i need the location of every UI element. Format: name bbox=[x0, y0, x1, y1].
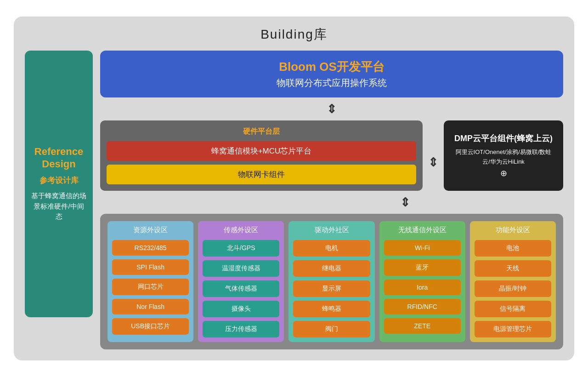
drive-item-4: 阀门 bbox=[293, 321, 370, 337]
sensor-item-1: 温湿度传感器 bbox=[203, 260, 279, 277]
wireless-header: 无线通信外设区 bbox=[384, 226, 461, 234]
sensor-header: 传感外设区 bbox=[203, 226, 279, 234]
peripherals-section: 资源外设区 RS232/485 SPI Flash 网口芯片 Nor Flash… bbox=[100, 214, 563, 349]
dmp-plus: ⊕ bbox=[500, 168, 507, 178]
sidebar-description: 基于蜂窝通信的场景标准硬件/中间态 bbox=[30, 191, 87, 222]
right-content: Bloom OS开发平台 物联网分布式应用操作系统 ⇕ 硬件平台层 蜂窝通信模块… bbox=[100, 51, 563, 349]
sidebar-design-label: Design bbox=[42, 158, 75, 170]
bloom-os-subtitle: 物联网分布式应用操作系统 bbox=[109, 77, 554, 89]
bloom-os-box: Bloom OS开发平台 物联网分布式应用操作系统 bbox=[100, 51, 563, 97]
arrow-horizontal: ⇕ bbox=[428, 155, 438, 170]
resource-item-2: 网口芯片 bbox=[112, 279, 189, 295]
peripheral-col-function: 功能外设区 电池 天线 晶振/时钟 信号隔离 电源管理芯片 bbox=[470, 221, 556, 342]
peripheral-col-drive: 驱动外社区 电机 继电器 显示屏 蜂鸣器 阀门 bbox=[288, 221, 374, 342]
hardware-section: 硬件平台层 蜂窝通信模块+MCU芯片平台 物联网卡组件 bbox=[100, 120, 423, 191]
drive-item-1: 继电器 bbox=[293, 260, 370, 277]
resource-header: 资源外设区 bbox=[112, 226, 189, 234]
arrow-hardware-dmp: ⇕ bbox=[428, 120, 438, 191]
function-header: 功能外设区 bbox=[475, 226, 551, 234]
dmp-subtitle: 阿里云IOT/Onenet/涂鸦/易微联/数蛙云/华为云HiLink bbox=[452, 148, 555, 167]
sensor-item-3: 摄像头 bbox=[203, 301, 279, 317]
resource-item-0: RS232/485 bbox=[112, 240, 189, 256]
peripheral-col-wireless: 无线通信外设区 Wi-Fi 蓝牙 Iora RFID/NFC ZETE bbox=[379, 221, 465, 342]
wireless-item-1: 蓝牙 bbox=[384, 259, 461, 276]
function-item-4: 电源管理芯片 bbox=[475, 321, 551, 337]
main-layout: Reference Design 参考设计库 基于蜂窝通信的场景标准硬件/中间态… bbox=[25, 51, 563, 349]
page-title: Building库 bbox=[25, 26, 563, 43]
resource-item-4: USB接口芯片 bbox=[112, 318, 189, 335]
wireless-item-0: Wi-Fi bbox=[384, 240, 461, 256]
wireless-item-3: RFID/NFC bbox=[384, 299, 461, 314]
bloom-os-title: Bloom OS开发平台 bbox=[109, 59, 554, 75]
sensor-item-0: 北斗/GPS bbox=[203, 240, 279, 257]
arrow-down-1: ⇕ bbox=[327, 102, 337, 116]
function-item-3: 信号隔离 bbox=[475, 301, 551, 317]
peripheral-col-sensor: 传感外设区 北斗/GPS 温湿度传感器 气体传感器 摄像头 压力传感器 bbox=[198, 221, 284, 342]
resource-item-1: SPI Flash bbox=[112, 259, 189, 275]
wireless-item-2: Iora bbox=[384, 280, 461, 295]
left-sidebar: Reference Design 参考设计库 基于蜂窝通信的场景标准硬件/中间态 bbox=[25, 51, 93, 317]
arrow-down-2: ⇕ bbox=[400, 195, 410, 210]
dmp-section: DMP云平台组件(蜂窝上云) 阿里云IOT/Onenet/涂鸦/易微联/数蛙云/… bbox=[444, 120, 563, 191]
drive-item-2: 显示屏 bbox=[293, 280, 370, 297]
wireless-item-4: ZETE bbox=[384, 318, 461, 334]
connector-hardware-peripherals: ⇕ bbox=[100, 196, 563, 208]
function-item-1: 天线 bbox=[475, 260, 551, 277]
drive-item-0: 电机 bbox=[293, 240, 370, 257]
dmp-title: DMP云平台组件(蜂窝上云) bbox=[454, 133, 553, 144]
connector-bloom-hardware: ⇕ bbox=[100, 103, 563, 115]
function-item-2: 晶振/时钟 bbox=[475, 280, 551, 297]
sidebar-subtitle-cn-text: 参考设计库 bbox=[40, 176, 79, 185]
sensor-item-4: 压力传感器 bbox=[203, 321, 279, 337]
drive-header: 驱动外社区 bbox=[293, 226, 370, 234]
function-item-0: 电池 bbox=[475, 240, 551, 257]
sidebar-subtitle-cn: 参考设计库 bbox=[40, 175, 79, 187]
sidebar-reference-label: Reference bbox=[34, 146, 83, 158]
drive-item-3: 蜂鸣器 bbox=[293, 301, 370, 317]
outer-container: Building库 Reference Design 参考设计库 基于蜂窝通信的… bbox=[14, 17, 574, 360]
hardware-title: 硬件平台层 bbox=[107, 127, 416, 137]
sensor-item-2: 气体传感器 bbox=[203, 280, 279, 297]
hardware-row-mcu: 蜂窝通信模块+MCU芯片平台 bbox=[107, 141, 416, 161]
resource-item-3: Nor Flash bbox=[112, 299, 189, 314]
middle-row: 硬件平台层 蜂窝通信模块+MCU芯片平台 物联网卡组件 ⇕ DMP云平台组件(蜂… bbox=[100, 120, 563, 191]
peripheral-col-resource: 资源外设区 RS232/485 SPI Flash 网口芯片 Nor Flash… bbox=[107, 221, 193, 342]
hardware-row-iot: 物联网卡组件 bbox=[107, 165, 416, 184]
